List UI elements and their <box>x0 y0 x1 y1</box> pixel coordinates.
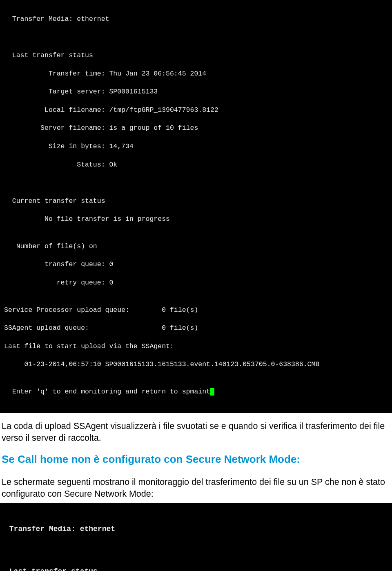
heading-not-configured: Se Call home non è configurato con Secur… <box>0 447 392 469</box>
term2-line: Transfer Media: ethernet <box>5 524 387 534</box>
term1-line: Size in bytes: 14,734 <box>4 142 388 151</box>
term1-line: Server filename: is a group of 10 files <box>4 124 388 133</box>
term1-line: Service Processor upload queue: 0 file(s… <box>4 306 388 315</box>
term1-line: Number of file(s) on <box>4 242 388 251</box>
paragraph-ssagent-upload: La coda di upload SSAgent visualizzerà i… <box>0 413 392 447</box>
term1-line: Transfer Media: ethernet <box>4 15 388 24</box>
term1-line: transfer queue: 0 <box>4 260 388 269</box>
term1-line: Last file to start upload via the SSAgen… <box>4 342 388 351</box>
term1-line: Status: Ok <box>4 160 388 169</box>
term1-line: SSAgent upload queue: 0 file(s) <box>4 324 388 333</box>
cursor-icon <box>210 388 214 395</box>
term1-line: Target server: SP0001615133 <box>4 87 388 96</box>
terminal-screenshot-2: Transfer Media: ethernet Last transfer s… <box>0 503 392 571</box>
term1-line: No file transfer is in progress <box>4 215 388 224</box>
term1-line: Last transfer status <box>4 51 388 60</box>
prompt-text: Enter 'q' to end monitoring and return t… <box>4 388 210 395</box>
term1-line: Current transfer status <box>4 197 388 206</box>
paragraph-monitoring: Le schermate seguenti mostrano il monito… <box>0 469 392 503</box>
term1-line: Local filename: /tmp/ftpGRP_1390477963.8… <box>4 106 388 115</box>
terminal-screenshot-1: Transfer Media: ethernet Last transfer s… <box>0 0 392 413</box>
term1-line: retry queue: 0 <box>4 278 388 287</box>
term1-prompt: Enter 'q' to end monitoring and return t… <box>4 387 388 396</box>
term1-line: Transfer time: Thu Jan 23 06:56:45 2014 <box>4 69 388 78</box>
term1-line: 01-23-2014,06:57:10 SP0001615133.1615133… <box>4 360 388 369</box>
term2-line: Last transfer status <box>5 566 387 571</box>
